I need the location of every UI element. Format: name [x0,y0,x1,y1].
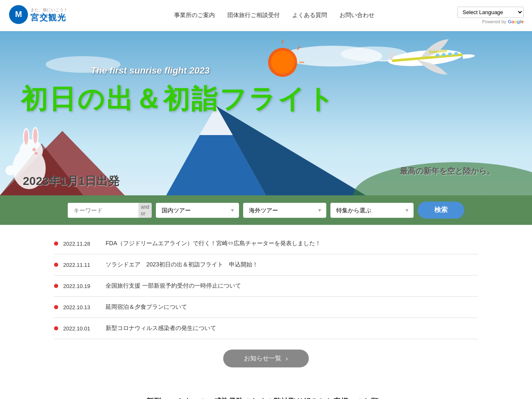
svg-text:宮交観光: 宮交観光 [30,13,66,22]
svg-point-33 [32,148,36,151]
news-dot [54,284,58,288]
svg-point-34 [34,152,38,155]
overseas-select[interactable]: 海外ツアー ハワイ グアム 韓国 台湾 [243,203,326,218]
keyword-input[interactable] [68,203,138,218]
language-select[interactable]: Select Language [457,7,524,18]
news-dot [54,305,58,309]
svg-point-28 [20,139,43,163]
news-item: 2022.10.13 延岡宿泊＆夕食プランについて [54,297,478,318]
overseas-dropdown-wrap: 海外ツアー ハワイ グアム 韓国 台湾 ▼ [243,203,326,218]
bottom-heading: 新型コロナウィルス感染予防のための弊社取り組みとお客様へのお願い [54,397,478,399]
domestic-select[interactable]: 国内ツアー 九州 沖縄 北海道 東京 [156,203,239,218]
svg-text:また、旅にいこう！: また、旅にいこう！ [30,7,68,12]
or-label: or [141,211,149,217]
logo[interactable]: M また、旅にいこう！ 宮交観光 [8,3,91,27]
bottom-section: 新型コロナウィルス感染予防のための弊社取り組みとお客様へのお願い [50,388,482,399]
svg-point-9 [271,51,294,74]
header-left: M また、旅にいこう！ 宮交観光 [8,3,91,27]
keyword-wrap: and or [68,203,152,218]
news-date: 2022.10.01 [63,325,101,332]
news-date: 2022.11.11 [63,262,101,268]
news-list: 2022.11.28 FDA（フジドリームエアライン）で行く！宮崎⇔広島チャータ… [54,233,478,339]
search-button[interactable]: 検索 [418,202,464,219]
nav-faq[interactable]: よくある質問 [292,12,327,19]
powered-by: Powered by Google [482,19,524,24]
nav-contact[interactable]: お問い合わせ [340,12,374,19]
svg-text:M: M [15,10,22,19]
svg-point-32 [33,128,37,143]
news-text[interactable]: 延岡宿泊＆夕食プランについて [106,303,187,311]
news-more-button[interactable]: お知らせ一覧 › [223,350,308,367]
news-text[interactable]: FDA（フジドリームエアライン）で行く！宮崎⇔広島チャーターを発表しました！ [106,240,321,247]
news-item: 2022.11.28 FDA（フジドリームエアライン）で行く！宮崎⇔広島チャータ… [54,233,478,254]
news-item: 2022.10.19 全国旅行支援 一部新規予約受付の一時停止について [54,276,478,297]
hero-title-japanese: 初日の出＆初詣フライト [21,81,336,117]
hero-banner: Solaseed The first sunrise flight 2023 初… [0,31,532,195]
nav-group[interactable]: 団体旅行ご相談受付 [227,12,280,19]
news-dot [54,241,58,246]
domestic-dropdown-wrap: 国内ツアー 九州 沖縄 北海道 東京 ▼ [156,203,239,218]
main-nav: 事業所のご案内 団体旅行ご相談受付 よくある質問 お問い合わせ [91,12,457,19]
news-dot [54,263,58,267]
hero-date: 2023年1月1日出発 [23,173,120,189]
hero-subtitle: 最高の新年を空と陸から。 [400,166,495,177]
google-logo: Google [508,19,524,24]
chevron-right-icon: › [286,355,288,362]
news-more-label: お知らせ一覧 [244,355,281,362]
news-more-wrap: お知らせ一覧 › [54,350,478,367]
feature-dropdown-wrap: 特集から選ぶ 夏休み特集 お正月特集 ハネムーン ▼ [330,203,414,218]
news-text[interactable]: ソラシドエア 2023初日の出＆初詣フライト 申込開始！ [106,261,258,268]
and-label: and [141,204,149,210]
nav-service[interactable]: 事業所のご案内 [174,12,215,19]
language-area: Select Language Powered by Google [457,7,524,24]
news-text[interactable]: 全国旅行支援 一部新規予約受付の一時停止について [106,282,241,290]
news-date: 2022.10.13 [63,304,101,310]
news-item: 2022.10.01 新型コロナウィルス感染者の発生について [54,318,478,339]
search-bar: and or 国内ツアー 九州 沖縄 北海道 東京 ▼ 海外ツアー ハワイ グア… [0,195,532,225]
news-date: 2022.10.19 [63,283,101,289]
news-item: 2022.11.11 ソラシドエア 2023初日の出＆初詣フライト 申込開始！ [54,254,478,276]
svg-point-35 [5,165,15,175]
svg-point-31 [24,130,28,145]
feature-select[interactable]: 特集から選ぶ 夏休み特集 お正月特集 ハネムーン [330,203,414,218]
header: M また、旅にいこう！ 宮交観光 事業所のご案内 団体旅行ご相談受付 よくある質… [0,0,532,31]
and-or-wrap: and or [138,203,152,218]
news-dot [54,326,58,330]
news-date: 2022.11.28 [63,241,101,247]
news-section: 2022.11.28 FDA（フジドリームエアライン）で行く！宮崎⇔広島チャータ… [50,225,482,388]
news-text[interactable]: 新型コロナウィルス感染者の発生について [106,325,216,332]
hero-title-english: The first sunrise flight 2023 [91,65,209,76]
